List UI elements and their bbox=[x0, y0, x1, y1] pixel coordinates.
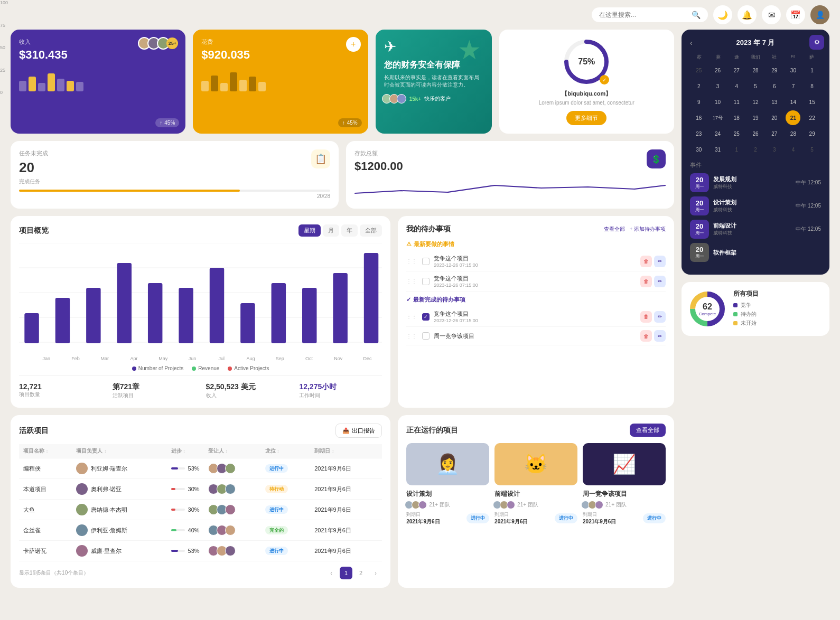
cal-day[interactable]: 25 bbox=[729, 126, 744, 141]
owner-cell: 利亚姆·瑞查尔 bbox=[76, 463, 162, 474]
cal-day[interactable]: 11 bbox=[729, 95, 744, 109]
right-sidebar: ‹ 2023 年 7 月 › ⚙ 苏莫途我们社Fr萨 25 26 27 28 2… bbox=[682, 30, 829, 588]
cal-day[interactable]: 16 bbox=[692, 110, 706, 125]
cal-day[interactable]: 2 bbox=[692, 79, 706, 93]
cal-day[interactable]: 26 bbox=[711, 63, 725, 78]
cal-day[interactable]: 23 bbox=[692, 126, 706, 141]
cal-day[interactable]: 4 bbox=[729, 79, 744, 93]
view-all-running-btn[interactable]: 查看全部 bbox=[630, 424, 666, 437]
cell-name: 编程侠 bbox=[19, 458, 72, 479]
cal-day[interactable]: 19 bbox=[748, 110, 763, 125]
tab-month[interactable]: 月 bbox=[323, 224, 339, 237]
cal-day-today[interactable]: 21 bbox=[786, 110, 800, 125]
cal-day[interactable]: 10 bbox=[711, 95, 725, 109]
cal-day[interactable]: 27 bbox=[767, 126, 782, 141]
svg-rect-17 bbox=[333, 273, 347, 343]
cal-day[interactable]: 28 bbox=[748, 63, 763, 78]
edit-btn-1[interactable]: ✏ bbox=[654, 256, 666, 267]
cal-day[interactable]: 29 bbox=[767, 63, 782, 78]
todo-checkbox-3[interactable] bbox=[422, 332, 430, 340]
cal-day[interactable]: 15 bbox=[805, 95, 819, 109]
drag-handle-4[interactable]: ⋮⋮ bbox=[406, 333, 417, 339]
page-2-btn[interactable]: 2 bbox=[354, 567, 367, 579]
owner-name: 利亚姆·瑞查尔 bbox=[91, 465, 127, 473]
cal-day[interactable]: 2 bbox=[748, 142, 763, 157]
cal-prev-btn[interactable]: ‹ bbox=[690, 39, 693, 47]
running-projects-header: 正在运行的项目 查看全部 bbox=[406, 424, 666, 437]
cal-day[interactable]: 3 bbox=[767, 142, 782, 157]
export-btn[interactable]: 📤 出口报告 bbox=[335, 424, 382, 438]
tab-year[interactable]: 年 bbox=[341, 224, 358, 237]
event-date-2: 20 周一 bbox=[690, 196, 709, 215]
cal-day[interactable]: 20 bbox=[767, 110, 782, 125]
chart-legend: Number of Projects Revenue Active Projec… bbox=[19, 365, 382, 371]
cal-day[interactable]: 1 bbox=[805, 63, 819, 78]
cal-day[interactable]: 12 bbox=[748, 95, 763, 109]
col-name: 项目名称 ↕ bbox=[19, 444, 72, 458]
next-page-btn[interactable]: › bbox=[369, 567, 382, 579]
delete-btn-2[interactable]: 🗑 bbox=[640, 276, 652, 287]
delete-btn-3[interactable]: 🗑 bbox=[640, 330, 652, 342]
moon-icon[interactable]: 🌙 bbox=[713, 5, 732, 24]
task-progress-text: 20/28 bbox=[19, 193, 330, 199]
cal-day[interactable]: 27 bbox=[729, 63, 744, 78]
expense-label: 花费 bbox=[201, 38, 359, 46]
todo-checkbox-1[interactable] bbox=[422, 258, 430, 265]
cal-day[interactable]: 5 bbox=[805, 142, 819, 157]
legend-active: Active Projects bbox=[228, 365, 269, 371]
drag-handle-2[interactable]: ⋮⋮ bbox=[406, 278, 417, 284]
due-date: 2021年9月6日 bbox=[310, 520, 382, 541]
drag-handle[interactable]: ⋮⋮ bbox=[406, 258, 417, 264]
cal-day[interactable]: 25 bbox=[692, 63, 706, 78]
search-box[interactable]: 🔍 bbox=[592, 7, 708, 22]
delete-btn-1[interactable]: 🗑 bbox=[640, 256, 652, 267]
cal-day[interactable]: 13 bbox=[767, 95, 782, 109]
search-input[interactable] bbox=[599, 11, 687, 18]
cal-day[interactable]: 22 bbox=[805, 110, 819, 125]
edit-btn-2[interactable]: ✏ bbox=[654, 276, 666, 287]
cal-day[interactable]: 9 bbox=[692, 95, 706, 109]
cal-day[interactable]: 6 bbox=[767, 79, 782, 93]
progress-fill bbox=[171, 488, 175, 490]
mail-icon[interactable]: ✉ bbox=[762, 5, 781, 24]
progress-bar-bg bbox=[171, 509, 185, 511]
more-details-btn[interactable]: 更多细节 bbox=[566, 111, 606, 125]
edit-btn-done-1[interactable]: ✏ bbox=[654, 311, 666, 323]
owner-cell: 威廉·里查尔 bbox=[76, 545, 162, 557]
todo-checkbox-done[interactable]: ✓ bbox=[422, 313, 430, 321]
todo-title: 我的待办事项 bbox=[406, 224, 451, 234]
drag-handle-3[interactable]: ⋮⋮ bbox=[406, 314, 417, 320]
tab-all[interactable]: 全部 bbox=[360, 224, 382, 237]
page-1-btn[interactable]: 1 bbox=[340, 567, 352, 579]
cal-day[interactable]: 31 bbox=[711, 142, 725, 157]
prev-page-btn[interactable]: ‹ bbox=[325, 567, 338, 579]
cal-day[interactable]: 7 bbox=[786, 79, 800, 93]
add-todo-link[interactable]: + 添加待办事项 bbox=[629, 226, 666, 233]
cal-day[interactable]: 3 bbox=[711, 79, 725, 93]
calendar-icon[interactable]: 📅 bbox=[786, 5, 805, 24]
cal-day[interactable]: 26 bbox=[748, 126, 763, 141]
view-all-link[interactable]: 查看全部 bbox=[604, 226, 625, 233]
cal-day[interactable]: 30 bbox=[692, 142, 706, 157]
cal-settings-btn[interactable]: ⚙ bbox=[809, 35, 824, 50]
cal-day[interactable]: 4 bbox=[786, 142, 800, 157]
todo-checkbox-2[interactable] bbox=[422, 278, 430, 285]
cal-day[interactable]: 5 bbox=[748, 79, 763, 93]
tab-week[interactable]: 星期 bbox=[298, 224, 321, 237]
cal-day[interactable]: 8 bbox=[805, 79, 819, 93]
cal-day[interactable]: 18 bbox=[729, 110, 744, 125]
todo-date-2: 2023-12-26 07:15:00 bbox=[434, 283, 636, 288]
cal-day[interactable]: 14 bbox=[786, 95, 800, 109]
cal-day[interactable]: 24 bbox=[711, 126, 725, 141]
savings-label: 存款总额 bbox=[354, 149, 666, 157]
cal-day[interactable]: 1 bbox=[729, 142, 744, 157]
delete-btn-done-1[interactable]: 🗑 bbox=[640, 311, 652, 323]
cal-day[interactable]: 17号 bbox=[711, 110, 725, 125]
cal-day[interactable]: 29 bbox=[805, 126, 819, 141]
cal-day[interactable]: 30 bbox=[786, 63, 800, 78]
add-expense-btn[interactable]: + bbox=[346, 37, 361, 52]
bell-icon[interactable]: 🔔 bbox=[738, 5, 757, 24]
user-avatar[interactable]: 👤 bbox=[810, 5, 829, 24]
cal-day[interactable]: 28 bbox=[786, 126, 800, 141]
edit-btn-3[interactable]: ✏ bbox=[654, 330, 666, 342]
